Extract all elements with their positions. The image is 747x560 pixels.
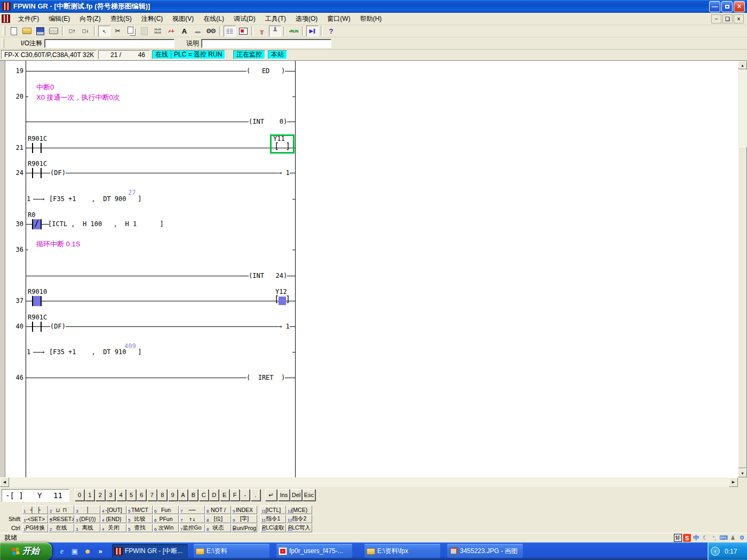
fkey-ctrl-f8[interactable]: 8状态 — [205, 524, 231, 532]
key-8[interactable]: 8 — [157, 489, 167, 501]
minimize-button[interactable]: — — [709, 1, 720, 12]
status-display-button[interactable] — [237, 26, 249, 37]
ime-moon-icon[interactable]: ☾ — [701, 534, 709, 542]
taskbar-task[interactable]: fp0r_users_f475-... — [276, 544, 352, 558]
scroll-up-button[interactable]: ▲ — [738, 61, 747, 69]
user-icon[interactable]: ♟ — [729, 534, 737, 542]
key-9[interactable]: 9 — [168, 489, 178, 501]
fkey-f2[interactable]: 2⊔ ⊓ — [49, 506, 74, 514]
plc-offline-button[interactable]: ╨ — [269, 26, 281, 37]
key-7[interactable]: 7 — [147, 489, 157, 501]
copy-button[interactable] — [125, 26, 137, 37]
instruction-text[interactable]: (DF) — [50, 323, 66, 330]
contact-r901c[interactable] — [32, 143, 42, 153]
fkey-f9[interactable]: 9INDEX — [232, 506, 257, 514]
contact-r901c[interactable] — [32, 168, 42, 178]
close-button[interactable]: × — [734, 1, 745, 12]
key-3[interactable]: 3 — [106, 489, 115, 501]
restore-button[interactable] — [721, 1, 733, 12]
key-2[interactable]: 2 — [96, 489, 105, 501]
sogou-icon[interactable]: S — [683, 534, 691, 542]
key-1[interactable]: 1 — [85, 489, 94, 501]
more-chevron-icon[interactable]: » — [96, 547, 105, 556]
fkey-ctrl-f7[interactable]: 7监控Go — [179, 524, 205, 532]
fkey-ctrl-f11[interactable]: 11PLC读取 — [260, 524, 286, 532]
fkey-f7[interactable]: 7── — [179, 506, 205, 514]
plc-online-button[interactable]: ╥ — [256, 26, 268, 37]
fkey-ctrl-f12[interactable]: 12PLC写入 — [287, 524, 312, 532]
fkey-shift-f5[interactable]: 5比较 — [127, 515, 153, 523]
rung-insert-button[interactable]: ▬ — [192, 26, 204, 37]
fkey-shift-f2[interactable]: 2-<RESET> — [49, 515, 74, 523]
key-E[interactable]: E — [220, 489, 229, 501]
monitor-run-button[interactable]: ▶∥ — [306, 26, 319, 37]
scroll-right-button[interactable]: ▶ — [729, 477, 738, 487]
fkey-shift-f7[interactable]: 7↑↓ — [179, 515, 205, 523]
menu-item[interactable]: 调试(D) — [229, 13, 260, 25]
fkey-f3[interactable]: 3│ — [75, 506, 100, 514]
mdi-restore-button[interactable]: ❏ — [722, 14, 733, 23]
taskbar-task[interactable]: E:\资料\fpx — [364, 544, 440, 558]
io-comment-button[interactable]: H+HH+H — [152, 26, 164, 37]
vertical-scrollbar[interactable]: ▲ ▼ — [738, 61, 747, 477]
download-to-plc-button[interactable]: □↑ — [66, 26, 78, 37]
keyboard-icon[interactable]: ⌨ — [719, 534, 728, 542]
start-button[interactable]: 开始 — [0, 542, 52, 560]
print-button[interactable] — [47, 26, 60, 37]
contact-r0[interactable]: / — [32, 219, 42, 229]
key-.[interactable]: . — [251, 489, 260, 501]
key-esc[interactable]: Esc — [303, 489, 315, 501]
menu-item[interactable]: 窗口(W) — [322, 13, 355, 25]
ime-box[interactable]: 矩 — [674, 534, 682, 542]
new-button[interactable] — [7, 26, 20, 37]
menu-item[interactable]: 工具(T) — [260, 13, 291, 25]
horizontal-scrollbar[interactable]: ◀ ▶ — [0, 477, 738, 487]
menu-item[interactable]: 选项(O) — [291, 13, 322, 25]
jump-button[interactable]: ↗+ — [165, 26, 177, 37]
fkey-f4[interactable]: 4-[OUT] — [101, 506, 126, 514]
description-input[interactable] — [201, 39, 331, 48]
fkey-ctrl-f5[interactable]: 5查找 — [127, 524, 153, 532]
taskbar-task[interactable]: 3455223.JPG - 画图 — [447, 544, 523, 558]
open-button[interactable] — [21, 26, 33, 37]
lang-chinese[interactable]: 中 — [692, 534, 700, 542]
taskbar-task[interactable]: E:\资料 — [194, 544, 269, 558]
select-mode-button[interactable]: ↖ — [98, 26, 110, 37]
settings-icon[interactable]: ⚙ — [738, 534, 746, 542]
key-6[interactable]: 6 — [137, 489, 146, 501]
cut-button[interactable]: ✂ — [112, 26, 124, 37]
fkey-shift-f9[interactable]: 9[字] — [232, 515, 257, 523]
fkey-shift-f6[interactable]: 6PFun — [153, 515, 179, 523]
fkey-shift-f4[interactable]: 4(END) — [101, 515, 126, 523]
key-F[interactable]: F — [230, 489, 240, 501]
menu-item[interactable]: 注释(C) — [137, 13, 168, 25]
menu-item[interactable]: 查找(S) — [106, 13, 137, 25]
fkey-ctrl-f3[interactable]: 3离线 — [75, 524, 100, 532]
ladder-editor[interactable]: 192021243036374046R901CR901CR0/R9010R901… — [0, 61, 738, 477]
save-button[interactable] — [34, 26, 46, 37]
key-del[interactable]: Del — [290, 489, 302, 501]
vertical-scroll-thumb[interactable] — [738, 147, 747, 468]
paste-button[interactable] — [138, 26, 150, 37]
key-enter[interactable]: ↵ — [265, 489, 277, 501]
upload-from-plc-button[interactable]: □↓ — [80, 26, 92, 37]
instruction-text[interactable]: (DF) — [50, 169, 66, 177]
key--[interactable]: - — [240, 489, 250, 501]
contact-r9010[interactable] — [32, 296, 42, 306]
fkey-f5[interactable]: 5TM/CT — [127, 506, 153, 514]
tray-chevron-icon[interactable]: ‹ — [711, 547, 720, 556]
scroll-left-button[interactable]: ◀ — [0, 477, 9, 487]
coil-y12[interactable]: [] — [274, 295, 290, 306]
menu-item[interactable]: 在线(L) — [198, 13, 229, 25]
run-mode-button[interactable]: •RUN — [288, 26, 300, 37]
fkey-shift-f8[interactable]: 8[位] — [205, 515, 231, 523]
menu-item[interactable]: 编辑(E) — [44, 13, 75, 25]
fkey-ctrl-f6[interactable]: 6次Win — [153, 524, 179, 532]
fkey-ctrl-f4[interactable]: 4关闭 — [101, 524, 126, 532]
instruction-text[interactable]: (INT 0) — [249, 118, 287, 125]
fkey-shift-f12[interactable]: 12指令2 — [287, 515, 312, 523]
fkey-f1[interactable]: 1┤ ├ — [22, 506, 48, 514]
taskbar-task[interactable]: FPWIN GR - [中断... — [112, 544, 188, 558]
ime-punct[interactable]: °, — [710, 534, 718, 542]
menu-item[interactable]: 文件(F) — [13, 13, 44, 25]
